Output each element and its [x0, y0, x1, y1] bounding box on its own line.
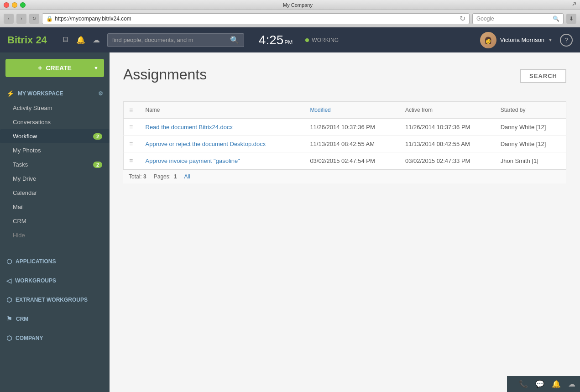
sidebar: + CREATE ▼ ⚡ MY WORKSPACE ⚙ Activity Str…: [0, 52, 110, 392]
search-button[interactable]: SEARCH: [520, 69, 566, 83]
sidebar-item-workflow[interactable]: Workflow 2: [0, 129, 110, 143]
sidebar-extranet[interactable]: ⬡ EXTRANET WORKGROUPS: [0, 293, 110, 307]
back-btn[interactable]: ‹: [4, 14, 14, 24]
monitor-icon[interactable]: 🖥: [62, 36, 69, 44]
cloud-icon[interactable]: ☁: [93, 36, 100, 44]
sidebar-crm-section[interactable]: ⚑ CRM: [0, 312, 110, 326]
task-name-link[interactable]: Approve or reject the document Desktop.d…: [146, 141, 266, 147]
sidebar-item-calendar[interactable]: Calendar: [0, 186, 110, 200]
sidebar-item-tasks[interactable]: Tasks 2: [0, 157, 110, 172]
row-active-from: 03/02/2015 02:47:33 PM: [400, 152, 495, 169]
col-started-by: Started by: [495, 102, 566, 119]
table-row: ≡ Approve or reject the document Desktop…: [124, 136, 566, 152]
browser-search-bar[interactable]: Google 🔍: [472, 13, 564, 24]
refresh-btn[interactable]: ↻: [29, 14, 39, 24]
row-icon-cell: ≡: [124, 152, 140, 169]
minimize-btn[interactable]: [12, 2, 17, 8]
my-workspace-header[interactable]: ⚡ MY WORKSPACE ⚙: [0, 86, 110, 101]
crm-label: CRM: [13, 218, 26, 225]
help-icon: ?: [564, 37, 568, 44]
row-modified: 11/13/2014 08:42:55 AM: [304, 136, 400, 152]
logo-24: 24: [36, 34, 47, 46]
maximize-btn[interactable]: [20, 2, 26, 8]
row-lines-icon: ≡: [129, 157, 133, 164]
table-footer: Total: 3 Pages: 1 All: [123, 169, 566, 183]
working-button[interactable]: WORKING: [305, 37, 339, 43]
sidebar-item-hide[interactable]: Hide: [0, 228, 110, 242]
row-name[interactable]: Approve or reject the document Desktop.d…: [140, 136, 305, 152]
table-row: ≡ Read the document Bitrix24.docx 11/26/…: [124, 119, 566, 136]
logo: Bitrix 24: [7, 34, 47, 46]
lock-icon: 🔒: [46, 16, 53, 22]
download-icon[interactable]: ⬇: [566, 14, 576, 24]
sidebar-company[interactable]: ⬡ COMPANY: [0, 331, 110, 345]
workspace-settings-icon[interactable]: ⚙: [98, 90, 103, 97]
task-name-link[interactable]: Read the document Bitrix24.docx: [146, 124, 233, 131]
sidebar-applications[interactable]: ⬡ APPLICATIONS: [0, 254, 110, 269]
sidebar-workgroups[interactable]: ◁ WORKGROUPS: [0, 273, 110, 288]
menu-lines-icon: ≡: [129, 106, 133, 114]
help-button[interactable]: ?: [560, 34, 573, 47]
content-area: Assignments SEARCH ≡ Name Modified Activ…: [110, 52, 580, 392]
resize-icon[interactable]: [570, 2, 576, 8]
sidebar-item-my-drive[interactable]: My Drive: [0, 172, 110, 186]
applications-icon: ⬡: [6, 258, 12, 265]
my-drive-label: My Drive: [13, 175, 36, 182]
conversations-label: Conversations: [13, 119, 51, 125]
tasks-label: Tasks: [13, 161, 28, 168]
col-name: Name: [140, 102, 305, 119]
col-active-from: Active from: [400, 102, 495, 119]
extranet-icon: ⬡: [6, 296, 12, 303]
company-label: COMPANY: [16, 335, 43, 341]
phone-icon[interactable]: 📞: [519, 380, 528, 388]
hide-label: Hide: [13, 232, 25, 239]
crm-section-label: CRM: [16, 316, 28, 322]
row-lines-icon: ≡: [129, 140, 133, 147]
sidebar-item-conversations[interactable]: Conversations: [0, 115, 110, 129]
workflow-label: Workflow: [13, 133, 37, 140]
upload-icon[interactable]: ☁: [568, 380, 575, 388]
pages-label: Pages: 1: [154, 173, 177, 180]
workspace-label: MY WORKSPACE: [18, 90, 63, 97]
row-name[interactable]: Approve invoice payment "gasoline": [140, 152, 305, 169]
user-section[interactable]: 👩 Victoria Morrison ▼: [480, 32, 553, 48]
chat-icon[interactable]: 💬: [535, 380, 544, 388]
traffic-lights[interactable]: [4, 2, 26, 8]
all-pages-link[interactable]: All: [184, 173, 190, 180]
user-name: Victoria Morrison: [500, 37, 544, 43]
sidebar-item-mail[interactable]: Mail: [0, 200, 110, 214]
row-icon-cell: ≡: [124, 136, 140, 152]
notifications-icon[interactable]: 🔔: [552, 380, 561, 388]
global-search[interactable]: find people, documents, and m 🔍: [107, 33, 244, 47]
header-icons: 🖥 🔔 ☁: [62, 36, 100, 44]
bell-icon[interactable]: 🔔: [76, 36, 85, 44]
workgroups-icon: ◁: [6, 277, 11, 284]
task-name-link[interactable]: Approve invoice payment "gasoline": [146, 157, 240, 164]
col-icon: ≡: [124, 102, 140, 119]
sidebar-item-crm[interactable]: CRM: [0, 214, 110, 228]
search-icon: 🔍: [230, 36, 239, 44]
create-label: CREATE: [46, 64, 72, 72]
row-lines-icon: ≡: [129, 123, 133, 131]
row-started-by: Jhon Smith [1]: [495, 152, 566, 169]
sidebar-item-activity-stream[interactable]: Activity Stream: [0, 101, 110, 115]
workspace-icon: ⚡: [6, 90, 14, 97]
working-dot: [305, 38, 309, 42]
clock: 4:25 PM: [259, 33, 293, 47]
forward-btn[interactable]: ›: [16, 14, 26, 24]
close-btn[interactable]: [4, 2, 9, 8]
create-dropdown-icon: ▼: [94, 65, 99, 71]
row-modified: 11/26/2014 10:37:36 PM: [304, 119, 400, 136]
create-button[interactable]: + CREATE ▼: [5, 59, 104, 77]
clock-pm: PM: [284, 39, 293, 46]
search-placeholder: find people, documents, and m: [112, 37, 193, 43]
working-label: WORKING: [312, 37, 339, 43]
address-bar[interactable]: 🔒 https://mycompany.bitrix24.com ↻: [42, 13, 470, 24]
row-name[interactable]: Read the document Bitrix24.docx: [140, 119, 305, 136]
sidebar-item-my-photos[interactable]: My Photos: [0, 143, 110, 157]
extranet-label: EXTRANET WORKGROUPS: [16, 297, 88, 303]
my-workspace-section: ⚡ MY WORKSPACE ⚙ Activity Stream Convers…: [0, 84, 110, 245]
reload-icon[interactable]: ↻: [460, 14, 465, 23]
clock-time: 4:25: [259, 33, 284, 47]
url-text: https://mycompany.bitrix24.com: [55, 16, 131, 22]
